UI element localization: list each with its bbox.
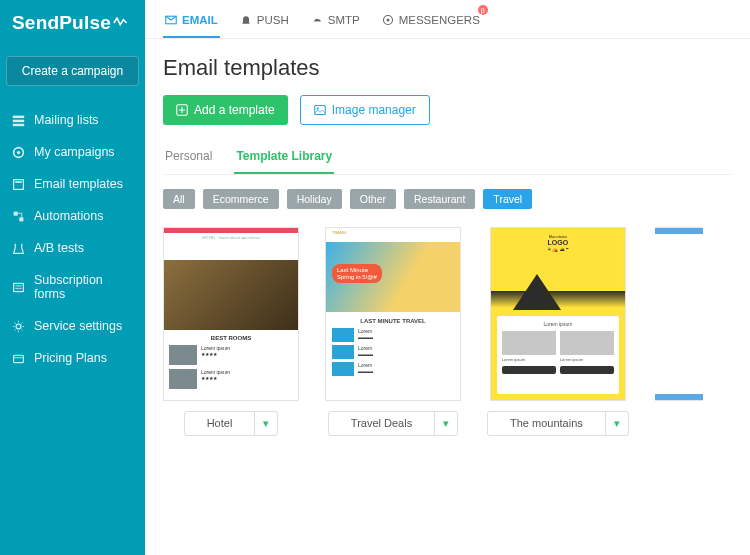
sidebar-item-email-templates[interactable]: Email templates (0, 168, 145, 200)
filter-other[interactable]: Other (350, 189, 396, 209)
svg-rect-0 (13, 115, 24, 117)
caret-down-icon[interactable]: ▾ (254, 412, 277, 435)
action-bar: Add a template Image manager (163, 95, 732, 125)
image-manager-button[interactable]: Image manager (300, 95, 430, 125)
topnav-push[interactable]: PUSH (238, 8, 291, 38)
svg-rect-6 (14, 211, 18, 215)
svg-rect-8 (14, 283, 24, 291)
template-card-travel-deals: TRAVEL Last MinuteSpring in 5!@# LAST MI… (325, 227, 461, 436)
create-campaign-button[interactable]: Create a campaign (6, 56, 139, 86)
add-template-button[interactable]: Add a template (163, 95, 288, 125)
template-thumbnail[interactable]: HOTEL home about spa rooms BEST ROOMSLor… (163, 227, 299, 401)
page-title: Email templates (163, 55, 732, 81)
caret-down-icon[interactable]: ▾ (605, 412, 628, 435)
subtab-template-library[interactable]: Template Library (234, 143, 334, 174)
template-dropdown: Travel Deals ▾ (328, 411, 458, 436)
brand-logo: SendPulse (0, 12, 145, 48)
template-card-mountains: MountainsLOGO☀ ⛺ ⛰ ☁ Lorem ipsumLorem ip… (487, 227, 629, 436)
topnav-smtp[interactable]: SMTP (309, 8, 362, 38)
template-thumbnail[interactable]: MountainsLOGO☀ ⛺ ⛰ ☁ Lorem ipsumLorem ip… (490, 227, 626, 401)
sidebar-item-my-campaigns[interactable]: My campaigns (0, 136, 145, 168)
filter-holiday[interactable]: Holiday (287, 189, 342, 209)
template-dropdown: The mountains ▾ (487, 411, 629, 436)
subtab-personal[interactable]: Personal (163, 143, 214, 174)
sidebar-item-mailing-lists[interactable]: Mailing lists (0, 104, 145, 136)
caret-down-icon[interactable]: ▾ (434, 412, 457, 435)
subtabs: Personal Template Library (163, 143, 732, 175)
sidebar-item-label: My campaigns (34, 145, 115, 159)
filter-ecommerce[interactable]: Ecommerce (203, 189, 279, 209)
main: EMAIL PUSH SMTP MESSENGERSβ Email templa… (145, 0, 750, 555)
template-card-hotel: HOTEL home about spa rooms BEST ROOMSLor… (163, 227, 299, 436)
sidebar-item-label: Pricing Plans (34, 351, 107, 365)
topnav-email[interactable]: EMAIL (163, 8, 220, 38)
sidebar-item-pricing-plans[interactable]: Pricing Plans (0, 342, 145, 374)
sidebar-item-label: Email templates (34, 177, 123, 191)
template-name: Hotel (185, 412, 255, 435)
svg-point-16 (386, 19, 389, 22)
filter-travel[interactable]: Travel (483, 189, 532, 209)
svg-rect-5 (15, 181, 22, 183)
sidebar-item-ab-tests[interactable]: A/B tests (0, 232, 145, 264)
svg-rect-2 (13, 123, 24, 125)
filter-chips: All Ecommerce Holiday Other Restaurant T… (163, 189, 732, 209)
svg-point-19 (316, 107, 318, 109)
topnav-messengers[interactable]: MESSENGERSβ (380, 8, 482, 38)
filter-all[interactable]: All (163, 189, 195, 209)
template-thumbnail[interactable]: Compa▬▬▬▬▬▬▬▬▬▬▬ (655, 227, 703, 401)
sidebar-item-label: A/B tests (34, 241, 84, 255)
svg-rect-12 (14, 355, 24, 362)
svg-rect-4 (14, 179, 24, 189)
svg-rect-1 (13, 119, 24, 121)
template-card-partial: Compa▬▬▬▬▬▬▬▬▬▬▬ (655, 227, 703, 436)
svg-point-11 (16, 324, 21, 329)
template-dropdown: Hotel ▾ (184, 411, 279, 436)
sidebar-nav: Mailing lists My campaigns Email templat… (0, 104, 145, 374)
sidebar-item-label: Mailing lists (34, 113, 99, 127)
svg-rect-7 (19, 217, 23, 221)
sidebar: SendPulse Create a campaign Mailing list… (0, 0, 145, 555)
sidebar-item-subscription-forms[interactable]: Subscription forms (0, 264, 145, 310)
sidebar-item-service-settings[interactable]: Service settings (0, 310, 145, 342)
top-nav: EMAIL PUSH SMTP MESSENGERSβ (145, 0, 750, 39)
svg-point-3 (17, 150, 20, 153)
template-name: The mountains (488, 412, 605, 435)
template-name: Travel Deals (329, 412, 434, 435)
template-gallery: HOTEL home about spa rooms BEST ROOMSLor… (163, 227, 732, 436)
sidebar-item-automations[interactable]: Automations (0, 200, 145, 232)
beta-badge: β (478, 5, 488, 15)
sidebar-item-label: Subscription forms (34, 273, 133, 301)
sidebar-item-label: Service settings (34, 319, 122, 333)
svg-rect-18 (314, 106, 325, 115)
template-thumbnail[interactable]: TRAVEL Last MinuteSpring in 5!@# LAST MI… (325, 227, 461, 401)
sidebar-item-label: Automations (34, 209, 103, 223)
filter-restaurant[interactable]: Restaurant (404, 189, 475, 209)
